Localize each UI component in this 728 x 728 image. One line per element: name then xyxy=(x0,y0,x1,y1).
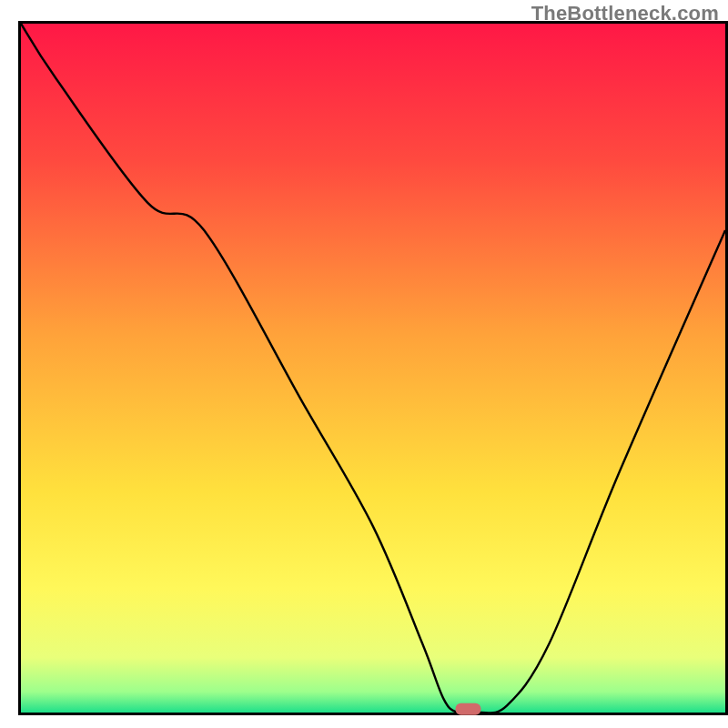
plot-gradient-background xyxy=(21,24,725,713)
plot-frame xyxy=(18,713,728,715)
plot-frame xyxy=(18,21,21,715)
optimum-marker xyxy=(455,703,480,715)
watermark-text: TheBottleneck.com xyxy=(531,2,719,25)
bottleneck-chart xyxy=(0,0,728,728)
chart-container: TheBottleneck.com xyxy=(0,0,728,728)
